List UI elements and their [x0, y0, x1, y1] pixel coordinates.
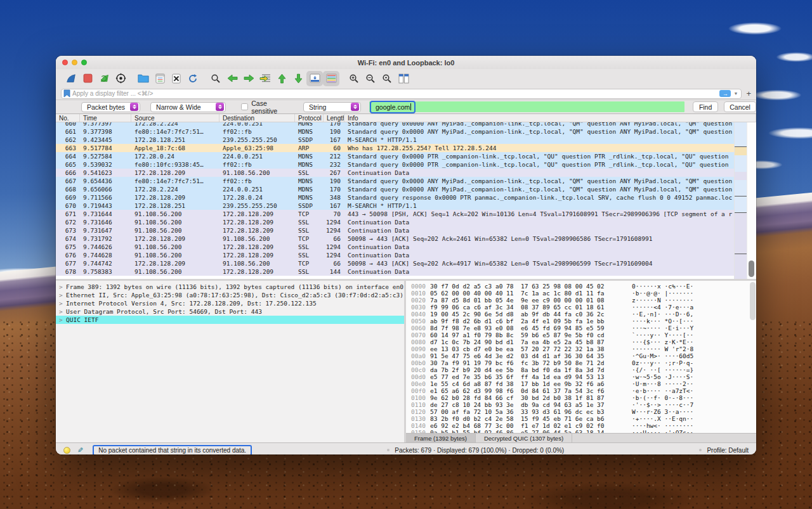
hex-row-00f0[interactable]: 00f0e1 65 a6 62 d3 99 98 f6 0d 84 61 37 …: [406, 387, 756, 394]
packet-row-678[interactable]: 6789.75838391.108.56.200172.28.128.209SS…: [56, 267, 756, 276]
intelligent-scrollbar-minimap[interactable]: [734, 122, 747, 279]
column-header-length[interactable]: Length: [324, 114, 344, 122]
hex-row-00d0[interactable]: 00d0e5 77 ed 7e 35 b6 35 6f ff 4a 1d ea …: [406, 373, 756, 380]
hex-scrollbar-thumb[interactable]: [750, 282, 756, 320]
packet-row-665[interactable]: 6659.539032fe80::10fc:9338:45…ff02::fbMD…: [56, 160, 756, 169]
find-packet-icon[interactable]: [207, 71, 224, 86]
capture-comment-icon[interactable]: ✎: [77, 446, 83, 454]
expander-icon[interactable]: >: [59, 299, 63, 307]
stop-capture-icon[interactable]: [79, 71, 96, 86]
packet-row-675[interactable]: 6759.74462691.108.56.200172.28.128.209SS…: [56, 243, 756, 251]
profile-label[interactable]: Profile: Default: [707, 447, 749, 454]
save-file-icon[interactable]: [152, 71, 168, 86]
packet-row-664[interactable]: 6649.527584172.28.0.24224.0.0.251MDNS212…: [56, 152, 756, 160]
search-type-select[interactable]: String: [303, 102, 361, 112]
hex-row-0070[interactable]: 007060 14 97 a1 f0 79 8b 8c 59 b6 e5 87 …: [406, 332, 756, 338]
column-header-protocol[interactable]: Protocol: [295, 114, 324, 122]
hex-row-00e0[interactable]: 00e01e 55 c4 6d a8 87 fd 38 17 bb 1d ee …: [406, 380, 756, 387]
packet-row-672[interactable]: 6729.73164691.108.56.200172.28.128.209SS…: [56, 218, 756, 226]
cancel-button[interactable]: Cancel: [724, 101, 756, 112]
add-filter-button[interactable]: +: [746, 89, 751, 98]
expander-icon[interactable]: >: [59, 291, 63, 299]
filter-dropdown-caret[interactable]: ▼: [733, 91, 738, 96]
go-last-packet-icon[interactable]: [290, 71, 306, 86]
hex-row-00c0[interactable]: 00c0da 7b 2f b9 20 d4 ee 5b 8a bd f0 da …: [406, 366, 756, 373]
start-capture-icon[interactable]: [63, 71, 79, 86]
zoom-in-icon[interactable]: [346, 71, 362, 86]
detail-line[interactable]: >Ethernet II, Src: Apple_63:25:98 (a0:78…: [56, 291, 404, 299]
hex-row-0060[interactable]: 00608d 7f 98 7e e8 93 e0 08 e6 45 fd 69 …: [406, 325, 756, 332]
colorize-toggle-icon[interactable]: [323, 71, 339, 86]
search-input[interactable]: google.com: [369, 101, 684, 112]
packet-row-670[interactable]: 6709.719443172.28.128.251239.255.255.250…: [56, 202, 756, 210]
open-file-icon[interactable]: [135, 71, 152, 86]
go-to-packet-icon[interactable]: [257, 71, 273, 86]
column-header-no[interactable]: No.: [56, 114, 80, 122]
packet-row-669[interactable]: 6699.711566172.28.128.209172.28.0.24MDNS…: [56, 193, 756, 202]
detail-line-selected[interactable]: >QUIC IETF: [56, 316, 404, 324]
packet-row-668[interactable]: 6689.656066172.28.2.224224.0.0.251MDNS17…: [56, 185, 756, 193]
case-sensitive-checkbox[interactable]: [241, 103, 248, 110]
detail-line[interactable]: >Frame 389: 1392 bytes on wire (11136 bi…: [56, 283, 404, 291]
hex-row-0020[interactable]: 00207a 87 d5 8d 01 bb 05 4e 9e ee c9 00 …: [406, 297, 756, 304]
bookmark-icon[interactable]: [63, 89, 70, 98]
resize-columns-icon[interactable]: [395, 71, 412, 86]
expert-info-icon[interactable]: [63, 447, 70, 454]
hex-row-00b0[interactable]: 00b030 7a f9 91 19 79 bc f6 fc 3b 72 b9 …: [406, 359, 756, 366]
search-charset-select[interactable]: Narrow & Wide: [150, 102, 226, 112]
search-scope-select[interactable]: Packet bytes: [81, 102, 140, 112]
display-filter-input[interactable]: Apply a display filter ... <⌘/> → ▼: [61, 89, 742, 99]
hex-row-0110[interactable]: 0110de 27 c8 10 24 bb 93 3e db 9a cd 94 …: [406, 401, 756, 408]
expander-icon[interactable]: >: [59, 316, 63, 324]
packet-row-662[interactable]: 6629.423445172.28.128.251239.255.255.250…: [56, 136, 756, 144]
packet-row-661[interactable]: 6619.377398fe80::14e7:7fc7:51…ff02::fbMD…: [56, 127, 756, 136]
capture-options-icon[interactable]: [112, 71, 129, 86]
expander-icon[interactable]: >: [59, 307, 63, 316]
hex-row-0050[interactable]: 0050ab 9f f8 d2 6b d1 c6 bf 2a 4f e1 09 …: [406, 318, 756, 325]
reload-file-icon[interactable]: [185, 71, 201, 86]
close-file-icon[interactable]: [168, 71, 185, 86]
go-back-icon[interactable]: [224, 71, 240, 86]
hex-row-0000[interactable]: 000030 f7 0d d2 a5 c3 a0 78 17 63 25 98 …: [406, 283, 756, 290]
byte-tab-frame[interactable]: Frame (1392 bytes): [406, 434, 476, 442]
hex-row-0120[interactable]: 012057 00 af fa 72 10 5a 36 33 93 d3 61 …: [406, 408, 756, 415]
hex-row-0100[interactable]: 01009e 62 b0 28 fd 84 66 cf 30 bd 2d b0 …: [406, 394, 756, 401]
column-header-info[interactable]: Info: [344, 114, 756, 122]
packet-row-671[interactable]: 6719.73164491.108.56.200172.28.128.209TC…: [56, 210, 756, 218]
expander-icon[interactable]: >: [59, 283, 63, 291]
column-header-time[interactable]: Time: [80, 114, 131, 122]
packet-list-scrollbar[interactable]: [747, 122, 756, 279]
column-header-destination[interactable]: Destination: [219, 114, 295, 122]
detail-line[interactable]: >User Datagram Protocol, Src Port: 54669…: [56, 307, 404, 316]
go-forward-icon[interactable]: [240, 71, 257, 86]
packet-row-673[interactable]: 6739.73164791.108.56.200172.28.128.209SS…: [56, 226, 756, 235]
packet-row-674[interactable]: 6749.731792172.28.128.20991.108.56.200TC…: [56, 235, 756, 243]
packet-row-663[interactable]: 6639.517784Apple_18:7c:68Apple_63:25:98A…: [56, 144, 756, 152]
packet-row-660[interactable]: 6609.377397172.28.2.224224.0.0.251MDNS17…: [56, 122, 756, 127]
scrollbar-thumb[interactable]: [749, 261, 754, 277]
packet-row-667[interactable]: 6679.654436fe80::14e7:7fc7:51…ff02::fbMD…: [56, 177, 756, 185]
hex-row-00a0[interactable]: 00a091 5e 47 75 e6 4d 3e d2 03 d4 d1 af …: [406, 352, 756, 359]
go-first-packet-icon[interactable]: [273, 71, 290, 86]
packet-row-666[interactable]: 6669.541623172.28.128.20991.108.56.200SS…: [56, 169, 756, 177]
find-button[interactable]: Find: [693, 101, 718, 112]
zoom-out-icon[interactable]: [362, 71, 379, 86]
packet-row-676[interactable]: 6769.74462891.108.56.200172.28.128.209SS…: [56, 251, 756, 259]
detail-line[interactable]: >Internet Protocol Version 4, Src: 172.2…: [56, 299, 404, 307]
hex-row-0080[interactable]: 0080d7 1c 0c 7b 24 90 bd d1 7a ea 4b e5 …: [406, 338, 756, 345]
auto-scroll-toggle-icon[interactable]: [306, 71, 323, 86]
hex-row-0040[interactable]: 004019 00 45 2c 90 6e 5d d8 ab 9f db 44 …: [406, 311, 756, 318]
stepper-icon: [216, 103, 224, 111]
hex-row-0030[interactable]: 0030f9 99 06 ca c6 af 3c 34 08 37 89 65 …: [406, 304, 756, 311]
packet-row-677[interactable]: 6779.744742172.28.128.20991.108.56.200TC…: [56, 259, 756, 267]
hex-row-0130[interactable]: 013083 2b f0 d0 b2 c4 2e 58 15 f9 45 eb …: [406, 415, 756, 422]
restart-capture-icon[interactable]: [96, 71, 112, 86]
apply-filter-button[interactable]: →: [719, 90, 731, 97]
zoom-reset-icon[interactable]: [379, 71, 395, 86]
byte-tab-decrypted-quic[interactable]: Decrypted QUIC (1307 bytes): [476, 434, 572, 442]
hex-row-0140[interactable]: 0140e6 92 e2 b4 68 77 3c 00 f1 e7 1d 02 …: [406, 422, 756, 429]
hex-row-0010[interactable]: 001005 62 00 00 40 00 40 11 7c 1a ac 1c …: [406, 290, 756, 297]
minimap-row: [735, 164, 747, 172]
column-header-source[interactable]: Source: [131, 114, 219, 122]
hex-row-0090[interactable]: 0090ee 13 03 cb d7 e0 be ea 57 20 27 72 …: [406, 345, 756, 352]
